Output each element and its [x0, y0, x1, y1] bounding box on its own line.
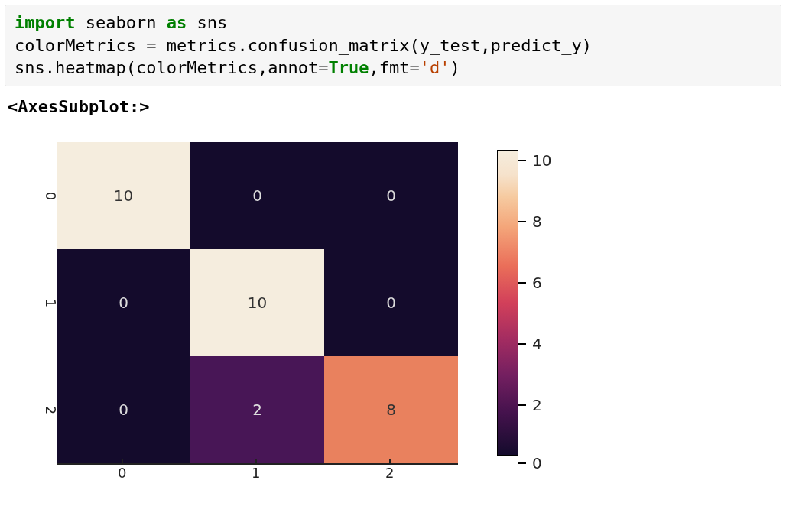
x-tick-0: 0 — [118, 465, 126, 481]
heatmap-grid: 10 0 0 0 10 0 0 2 8 — [57, 142, 458, 463]
y-tick-0: 0 — [24, 188, 55, 204]
y-tick-2: 2 — [24, 402, 55, 418]
heatmap-plot: 0 1 2 10 0 0 0 10 0 0 2 8 0 1 2 — [8, 135, 619, 501]
colorbar-gradient — [497, 150, 518, 456]
bool-true: True — [329, 58, 369, 77]
hm-cell-1-1: 10 — [190, 249, 324, 356]
hm-cell-0-0: 10 — [57, 142, 190, 249]
output-repr: <AxesSubplot:> — [8, 97, 781, 116]
cbar-tick-2: 2 — [518, 396, 542, 414]
hm-cell-0-2: 0 — [324, 142, 458, 249]
notebook-page: import seaborn as sns colorMetrics = met… — [0, 0, 786, 517]
cbar-tick-8: 8 — [518, 212, 542, 231]
hm-cell-2-1: 2 — [190, 356, 324, 463]
y-axis-ticks: 0 1 2 — [24, 142, 55, 463]
colorbar-ticks: 10 8 6 4 2 0 — [518, 150, 595, 456]
cbar-tick-10: 10 — [518, 151, 551, 170]
hm-cell-1-0: 0 — [57, 249, 190, 356]
code-line3-a: sns.heatmap(colorMetrics,annot — [15, 58, 318, 77]
x-tick-2: 2 — [385, 465, 394, 481]
code-line3-d: ) — [450, 58, 460, 77]
y-tick-1: 1 — [24, 295, 55, 311]
cbar-tick-4: 4 — [518, 335, 542, 353]
keyword-import: import — [15, 13, 75, 32]
code-cell[interactable]: import seaborn as sns colorMetrics = met… — [5, 5, 781, 86]
cbar-tick-0: 0 — [518, 454, 542, 472]
code-line3-c: ,fmt — [369, 58, 410, 77]
hm-cell-1-2: 0 — [324, 249, 458, 356]
colorbar: 10 8 6 4 2 0 — [497, 142, 604, 471]
module-name: seaborn — [86, 13, 157, 32]
keyword-as: as — [167, 13, 187, 32]
x-tick-1: 1 — [252, 465, 260, 481]
string-literal: 'd' — [420, 58, 450, 77]
hm-cell-2-2: 8 — [324, 356, 458, 463]
equals-sign: = — [318, 58, 328, 77]
equals-sign: = — [410, 58, 420, 77]
hm-cell-0-1: 0 — [190, 142, 324, 249]
code-line2-b: metrics.confusion_matrix(y_test,predict_… — [156, 36, 592, 55]
hm-cell-2-0: 0 — [57, 356, 190, 463]
x-axis-ticks: 0 1 2 — [57, 465, 458, 495]
code-line2-a: colorMetrics — [15, 36, 146, 55]
cbar-tick-6: 6 — [518, 274, 542, 292]
alias-name: sns — [196, 13, 227, 32]
equals-sign: = — [146, 36, 156, 55]
